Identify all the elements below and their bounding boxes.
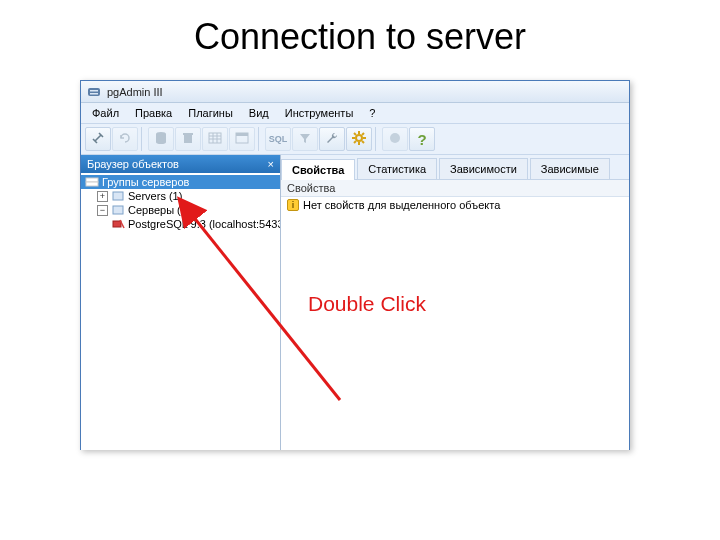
info-icon: i xyxy=(287,199,299,211)
trash-icon xyxy=(180,130,196,149)
tree-root-server-groups[interactable]: Группы серверов xyxy=(81,175,280,189)
tree-expander[interactable]: − xyxy=(97,205,108,216)
window-title: pgAdmin III xyxy=(107,86,163,98)
toolbar-separator xyxy=(141,127,145,151)
svg-rect-5 xyxy=(183,133,193,135)
svg-rect-27 xyxy=(113,221,121,227)
wrench-icon xyxy=(324,130,340,149)
tab-statistics[interactable]: Статистика xyxy=(357,158,437,179)
filter-icon xyxy=(297,130,313,149)
tab-properties[interactable]: Свойства xyxy=(281,159,355,180)
tool-help[interactable]: ? xyxy=(409,127,435,151)
server-group-icon xyxy=(85,176,99,188)
tool-settings[interactable] xyxy=(346,127,372,151)
svg-rect-24 xyxy=(86,182,98,186)
properties-body: i Нет свойств для выделенного объекта xyxy=(281,197,629,450)
tree-node-servers-en[interactable]: + Servers (1) xyxy=(81,189,280,203)
tool-grid[interactable] xyxy=(202,127,228,151)
object-browser-header: Браузер объектов × xyxy=(81,155,280,173)
tool-connect[interactable] xyxy=(85,127,111,151)
svg-rect-4 xyxy=(184,135,192,143)
tree-label: Группы серверов xyxy=(102,176,189,188)
server-disconnected-icon xyxy=(111,218,125,230)
menu-edit[interactable]: Правка xyxy=(128,105,179,121)
tree-node-pg-instance[interactable]: PostgreSQL 9.3 (localhost:5433) xyxy=(81,217,280,231)
database-icon xyxy=(153,130,169,149)
screenshot-container: pgAdmin III Файл Правка Плагины Вид Инст… xyxy=(80,80,630,450)
svg-line-18 xyxy=(354,133,356,135)
properties-empty-message: Нет свойств для выделенного объекта xyxy=(303,199,500,211)
object-browser-panel: Браузер объектов × Группы серверов + xyxy=(81,155,281,450)
svg-point-22 xyxy=(390,133,400,143)
tool-drop[interactable] xyxy=(175,127,201,151)
details-tabs: Свойства Статистика Зависимости Зависимы… xyxy=(281,155,629,180)
globe-icon xyxy=(387,130,403,149)
tool-sql[interactable]: SQL xyxy=(265,127,291,151)
svg-rect-1 xyxy=(90,90,98,92)
tool-tool1[interactable] xyxy=(319,127,345,151)
tree-node-servers-ru[interactable]: − Серверы (1) xyxy=(81,203,280,217)
svg-rect-26 xyxy=(113,206,123,214)
svg-rect-23 xyxy=(86,178,98,182)
servers-icon xyxy=(111,190,125,202)
pgadmin-window: pgAdmin III Файл Правка Плагины Вид Инст… xyxy=(80,80,630,450)
app-icon xyxy=(87,85,101,99)
panel-title: Браузер объектов xyxy=(87,158,179,170)
help-icon: ? xyxy=(417,131,426,148)
svg-point-13 xyxy=(356,135,362,141)
tab-dependencies[interactable]: Зависимости xyxy=(439,158,528,179)
tool-globe[interactable] xyxy=(382,127,408,151)
refresh-icon xyxy=(117,130,133,149)
titlebar: pgAdmin III xyxy=(81,81,629,103)
plug-icon xyxy=(90,130,106,149)
tool-properties[interactable] xyxy=(148,127,174,151)
properties-empty-row: i Нет свойств для выделенного объекта xyxy=(287,199,623,211)
menu-help[interactable]: ? xyxy=(362,105,382,121)
panel-close-button[interactable]: × xyxy=(268,158,274,170)
annotation-text: Double Click xyxy=(308,292,426,316)
tab-dependents[interactable]: Зависимые xyxy=(530,158,610,179)
servers-icon xyxy=(111,204,125,216)
menubar: Файл Правка Плагины Вид Инструменты ? xyxy=(81,103,629,124)
svg-rect-12 xyxy=(236,133,248,136)
tree-label: Серверы (1) xyxy=(128,204,191,216)
svg-line-21 xyxy=(362,133,364,135)
table-icon xyxy=(234,130,250,149)
menu-plugins[interactable]: Плагины xyxy=(181,105,240,121)
svg-line-19 xyxy=(362,141,364,143)
toolbar-separator xyxy=(258,127,262,151)
object-tree: Группы серверов + Servers (1) − xyxy=(81,173,280,450)
toolbar-separator xyxy=(375,127,379,151)
gear-icon xyxy=(351,130,367,149)
svg-rect-0 xyxy=(88,88,100,96)
menu-view[interactable]: Вид xyxy=(242,105,276,121)
svg-rect-25 xyxy=(113,192,123,200)
slide-title: Connection to server xyxy=(0,0,720,80)
svg-line-20 xyxy=(354,141,356,143)
toolbar: SQL ? xyxy=(81,124,629,155)
properties-column-header: Свойства xyxy=(281,180,629,197)
tool-filter[interactable] xyxy=(292,127,318,151)
grid-icon xyxy=(207,130,223,149)
sql-icon: SQL xyxy=(269,134,288,144)
svg-rect-2 xyxy=(90,93,98,95)
tool-refresh[interactable] xyxy=(112,127,138,151)
menu-tools[interactable]: Инструменты xyxy=(278,105,361,121)
svg-rect-6 xyxy=(209,133,221,143)
tree-expander[interactable]: + xyxy=(97,191,108,202)
menu-file[interactable]: Файл xyxy=(85,105,126,121)
tool-table[interactable] xyxy=(229,127,255,151)
tree-label: Servers (1) xyxy=(128,190,182,202)
tree-label: PostgreSQL 9.3 (localhost:5433) xyxy=(128,218,280,230)
